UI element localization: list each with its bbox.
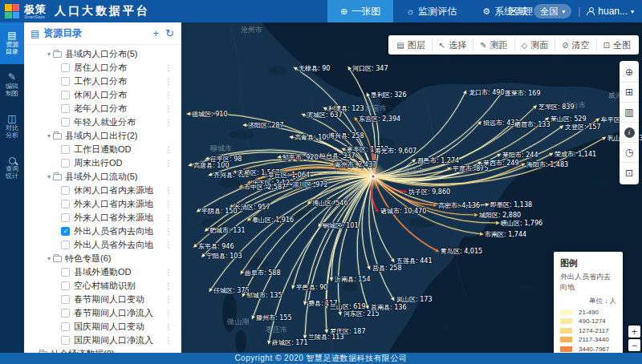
tree-item[interactable]: 外来人口省外来源地⋮ <box>24 211 181 224</box>
more-options-icon[interactable]: ⋮ <box>165 268 173 277</box>
caret-down-icon[interactable]: ▾ <box>45 51 53 58</box>
map-viewport[interactable]: 沧州市聊城市东营市潍坊市烟台市威海市微山湖枣庄市无棣县: 90河口区: 347垦… <box>181 22 642 353</box>
more-options-icon[interactable]: ⋮ <box>165 322 173 331</box>
rail-item-1[interactable]: ▤资源目录 <box>0 22 24 64</box>
tab-1[interactable]: ⊕一张图 <box>327 0 393 22</box>
side-tool-4[interactable]: i <box>620 123 639 143</box>
checkbox[interactable] <box>61 336 70 345</box>
user-icon <box>587 7 595 15</box>
checkbox[interactable] <box>61 63 70 72</box>
checkbox[interactable] <box>61 213 70 222</box>
tree-item[interactable]: 春节期间人口净流入⋮ <box>24 306 181 320</box>
more-options-icon[interactable]: ⋮ <box>165 200 173 208</box>
checkbox[interactable] <box>61 309 70 317</box>
more-options-icon[interactable]: ⋮ <box>165 295 173 304</box>
tree-item[interactable]: 外出人员省内去向地⋮ <box>24 224 181 238</box>
legend-title: 图例 <box>560 257 616 269</box>
more-options-icon[interactable]: ⋮ <box>165 241 173 249</box>
side-tool-3[interactable]: ▥ <box>620 103 639 123</box>
map-city-label: 微山湖 <box>227 317 249 326</box>
map-toolbar-button-5[interactable]: ⊘清空 <box>555 38 596 51</box>
zoom-out-button[interactable]: − <box>628 339 640 351</box>
rail-item-3[interactable]: ◫对比分析 <box>0 106 24 148</box>
tree-item[interactable]: 县域外通勤OD⋮ <box>24 265 181 279</box>
side-tool-5[interactable]: ◷ <box>620 143 639 163</box>
checkbox[interactable] <box>61 186 70 195</box>
more-options-icon[interactable]: ⋮ <box>165 91 173 99</box>
legend-swatch <box>560 318 572 324</box>
tree-item[interactable]: 春节期间人口变动⋮ <box>24 293 181 306</box>
checkbox[interactable] <box>61 91 70 99</box>
more-options-icon[interactable]: ⋮ <box>165 104 173 113</box>
map-flow-label: 泰山区: 1,916 <box>252 216 294 224</box>
rail-item-2[interactable]: ✎编辑制图 <box>0 64 24 106</box>
checkbox[interactable] <box>61 281 70 290</box>
tab-2[interactable]: ☼监测评估 <box>393 0 469 22</box>
side-tool-6[interactable]: ⊡ <box>620 163 639 183</box>
map-toolbar-button-3[interactable]: ✎测距 <box>473 38 514 51</box>
more-options-icon[interactable]: ⋮ <box>165 77 173 86</box>
tree-item[interactable]: 年轻人就业分布⋮ <box>24 115 181 129</box>
tree-group[interactable]: ▸社会经济数据(0) <box>24 347 181 353</box>
more-options-icon[interactable]: ⋮ <box>165 159 173 168</box>
tree-item[interactable]: 工作日通勤OD⋮ <box>24 143 181 156</box>
checkbox[interactable] <box>61 200 70 208</box>
tree-group[interactable]: ▾特色专题(6) <box>24 252 181 265</box>
map-flow-label: 芝罘区: 839 <box>538 103 575 111</box>
rail-item-label: 查询统计 <box>3 166 21 180</box>
checkbox[interactable] <box>61 268 70 277</box>
rail-item-4[interactable]: 查询统计 <box>0 148 24 189</box>
caret-down-icon[interactable]: ▾ <box>45 173 53 180</box>
side-tool-2[interactable]: ⊞ <box>620 83 639 103</box>
checkbox[interactable] <box>61 118 70 127</box>
tree-item[interactable]: 外来人口省内来源地⋮ <box>24 197 181 211</box>
map-toolbar-button-6[interactable]: ⊡全图 <box>597 38 637 51</box>
tree-group[interactable]: ▾县域外人口流动(5) <box>24 170 181 184</box>
checkbox[interactable] <box>61 322 70 331</box>
refresh-button[interactable]: ↻ <box>165 28 174 38</box>
zoom-in-button[interactable]: + <box>628 326 640 338</box>
tree-group[interactable]: ▾县域内人口分布(5) <box>24 47 181 61</box>
checkbox[interactable] <box>61 159 70 168</box>
tree-item[interactable]: 休闲人口省内来源地⋮ <box>24 184 181 197</box>
tree-item[interactable]: 国庆期间人口变动⋮ <box>24 320 181 334</box>
more-options-icon[interactable]: ⋮ <box>165 145 173 154</box>
add-layer-button[interactable]: + <box>153 28 160 38</box>
checkbox[interactable] <box>61 145 70 154</box>
map-toolbar-button-1[interactable]: ▤图层 <box>390 38 432 51</box>
more-options-icon[interactable]: ⋮ <box>165 336 173 345</box>
tree-item[interactable]: 休闲人口分布⋮ <box>24 88 181 102</box>
more-options-icon[interactable]: ⋮ <box>165 227 173 236</box>
map-flow-label: 寿光市: 9,607 <box>374 148 416 155</box>
more-options-icon[interactable]: ⋮ <box>165 186 173 195</box>
tree-item[interactable]: 空心村辅助识别⋮ <box>24 279 181 293</box>
user-menu[interactable]: huan... ▾ <box>587 6 634 17</box>
more-options-icon[interactable]: ⋮ <box>165 118 173 127</box>
map-toolbar-button-2[interactable]: ↖选择 <box>433 38 473 51</box>
more-options-icon[interactable]: ⋮ <box>165 281 173 290</box>
tree-item-label: 春节期间人口净流入 <box>74 307 153 319</box>
map-toolbar-button-4[interactable]: ◇测面 <box>515 38 556 51</box>
checkbox[interactable] <box>61 241 70 249</box>
tree-item[interactable]: 国庆期间人口净流入⋮ <box>24 334 181 347</box>
tree-item-label: 老年人口分布 <box>74 103 127 115</box>
map-flow-label: 桓台县: 337 <box>319 152 356 160</box>
tree-item[interactable]: 居住人口分布⋮ <box>24 61 181 75</box>
checkbox[interactable] <box>61 77 70 86</box>
tab-3[interactable]: ⚙系统管理 <box>469 0 546 22</box>
tree-item[interactable]: 外出人员省外去向地⋮ <box>24 238 181 252</box>
caret-down-icon[interactable]: ▾ <box>45 255 53 262</box>
more-options-icon[interactable]: ⋮ <box>165 63 173 72</box>
caret-down-icon[interactable]: ▾ <box>45 132 53 140</box>
checkbox[interactable] <box>61 295 70 304</box>
checkbox[interactable] <box>61 227 70 236</box>
checkbox[interactable] <box>61 104 70 113</box>
side-tool-1[interactable]: ⊕ <box>620 63 639 83</box>
more-options-icon[interactable]: ⋮ <box>165 309 173 317</box>
tree-item[interactable]: 工作人口分布⋮ <box>24 75 181 88</box>
tree-item-label: 年轻人就业分布 <box>74 116 136 128</box>
tree-item[interactable]: 周末出行OD⋮ <box>24 156 181 170</box>
tree-group[interactable]: ▾县域内人口出行(2) <box>24 129 181 143</box>
more-options-icon[interactable]: ⋮ <box>165 213 173 222</box>
tree-item[interactable]: 老年人口分布⋮ <box>24 102 181 115</box>
